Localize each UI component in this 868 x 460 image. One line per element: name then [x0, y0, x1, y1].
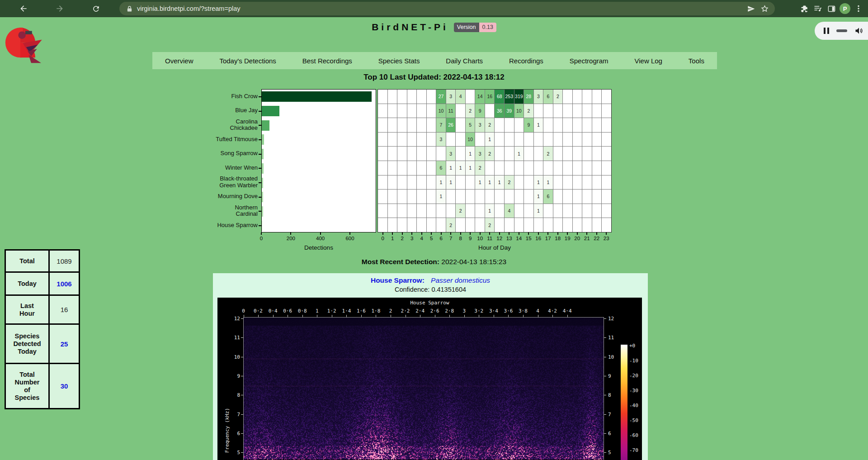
stat-value-link[interactable]: 25 — [49, 324, 80, 364]
heatmap-cell — [573, 147, 582, 161]
extensions-icon[interactable] — [797, 2, 811, 15]
heatmap-cell — [534, 161, 543, 175]
nav-item-daily-charts[interactable]: Daily Charts — [446, 57, 483, 65]
nav-item-view-log[interactable]: View Log — [635, 57, 662, 65]
spec-xtick-label: 4·4 — [563, 308, 572, 314]
heatmap-cell: 6 — [436, 161, 446, 175]
species-label-line: Cardinal — [236, 211, 258, 218]
heat-xtick-dash — [489, 232, 490, 235]
heatmap-cell — [417, 104, 426, 118]
heatmap-cell — [378, 133, 387, 147]
detections-bar — [262, 149, 264, 159]
nav-item-species-stats[interactable]: Species Stats — [378, 57, 420, 65]
heatmap-cell — [466, 175, 475, 190]
heat-xtick-dash — [557, 232, 558, 235]
spec-ytick-label-right: 6 — [608, 430, 611, 436]
heatmap-cell — [485, 161, 495, 175]
heatmap-cell — [563, 175, 572, 190]
spec-ytick-dash — [604, 318, 606, 319]
heatmap-cell: 9 — [475, 104, 485, 118]
spec-xtick-dash — [406, 315, 406, 317]
heatmap-cell — [378, 161, 387, 175]
stat-value-link[interactable]: 1006 — [49, 272, 80, 295]
detections-bar — [262, 91, 372, 102]
heatmap-cell: 3 — [475, 118, 485, 132]
heatmap-cell — [582, 190, 592, 204]
heat-xtick-dash — [596, 232, 597, 235]
nav-item-overview[interactable]: Overview — [165, 57, 193, 65]
nav-item-tools[interactable]: Tools — [689, 57, 704, 65]
spec-ytick-dash — [604, 414, 606, 415]
heatmap-cell — [573, 104, 582, 118]
heatmap-cell — [388, 204, 397, 218]
reload-button[interactable] — [90, 2, 102, 15]
heatmap-cell — [602, 118, 611, 132]
heatmap-cell — [388, 118, 397, 132]
heatmap-cell: 1 — [495, 175, 504, 190]
heatmap-cell — [592, 147, 602, 161]
spec-ytick-dash — [604, 452, 606, 453]
volume-icon[interactable] — [854, 26, 863, 35]
nav-item-spectrogram[interactable]: Spectrogram — [570, 57, 609, 65]
side-panel-icon[interactable] — [825, 2, 838, 15]
heatmap-cell — [495, 161, 504, 175]
stat-label: Total Number of Species — [5, 364, 49, 409]
nav-item-recordings[interactable]: Recordings — [509, 57, 543, 65]
heatmap-cell — [563, 90, 572, 104]
spec-xtick-label: 2·4 — [415, 308, 425, 314]
heat-xtick-dash — [586, 232, 587, 235]
heatmap-cell — [466, 90, 475, 104]
heatmap-cell — [534, 104, 543, 118]
heatmap-cell — [417, 118, 426, 132]
heat-xtick-label: 7 — [449, 236, 452, 241]
heatmap-cell — [592, 204, 602, 218]
heatmap-cell: 3 — [436, 133, 446, 147]
heatmap-cell — [427, 204, 436, 218]
kebab-menu-icon[interactable] — [852, 2, 865, 15]
category-tick — [259, 154, 261, 155]
seek-slider[interactable] — [836, 29, 847, 32]
spec-xtick-label: 0 — [242, 308, 245, 314]
profile-avatar[interactable]: P — [838, 2, 852, 15]
heatmap-cell — [524, 218, 533, 232]
spec-xtick-dash — [464, 315, 465, 317]
url-bar[interactable]: virginia.birdnetpi.com/?stream=play — [119, 2, 775, 15]
heatmap-cell: 2 — [446, 218, 456, 232]
heatmap-cell — [456, 218, 465, 232]
heat-xtick-dash — [421, 232, 422, 235]
stats-row: Species Detected Today25 — [5, 324, 80, 364]
species-label-line: Black-throated — [220, 175, 258, 182]
heatmap-cell: 319 — [514, 90, 524, 104]
stat-value-link[interactable]: 30 — [49, 364, 80, 409]
nav-item-today-s-detections[interactable]: Today's Detections — [219, 57, 276, 65]
heatmap-cell: 1 — [534, 204, 543, 218]
back-button[interactable] — [17, 2, 30, 15]
spectrogram-canvas — [244, 318, 604, 460]
heatmap-cell — [553, 133, 563, 147]
spec-ytick-dash — [241, 395, 243, 395]
heatmap-cell: 1 — [436, 190, 446, 204]
media-playlist-icon[interactable] — [811, 2, 825, 15]
heatmap-cell — [427, 175, 436, 190]
bookmark-star-icon[interactable] — [758, 2, 771, 15]
heatmap-cell — [524, 204, 533, 218]
heatmap-cell — [466, 190, 475, 204]
spec-xtick-label: 1·2 — [327, 308, 336, 314]
forward-button[interactable] — [53, 2, 66, 15]
spec-ytick-label-right: 11 — [608, 335, 614, 341]
nav-item-best-recordings[interactable]: Best Recordings — [302, 57, 352, 65]
heatmap-cell — [475, 133, 485, 147]
spec-xtick-label: 2·6 — [430, 308, 439, 314]
heatmap-cell — [582, 104, 592, 118]
spec-ytick-label-left: 8 — [222, 392, 240, 398]
pause-button[interactable] — [824, 28, 829, 34]
category-tick — [259, 225, 261, 226]
send-icon[interactable] — [744, 2, 758, 15]
bar-xtick-dash — [349, 232, 350, 235]
heatmap-cell — [397, 90, 407, 104]
species-label: Winter Wren — [194, 161, 258, 175]
heatmap-cell — [417, 218, 426, 232]
heatmap-cell: 28 — [524, 90, 533, 104]
spectrogram-plot-frame — [243, 317, 604, 460]
spec-xtick-dash — [449, 315, 450, 317]
